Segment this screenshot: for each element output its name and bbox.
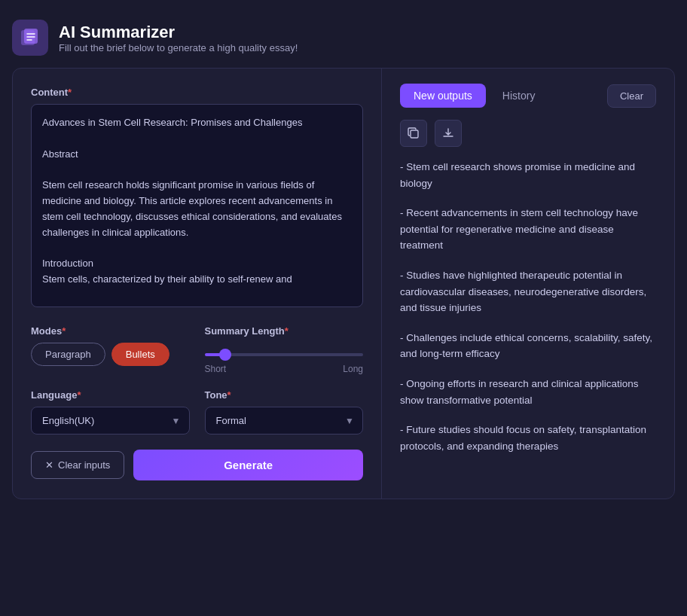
content-field: Content* Advances in Stem Cell Research:… — [31, 87, 363, 310]
content-label: Content* — [31, 87, 363, 98]
language-section: Language* English(UK) English(US) French… — [31, 389, 190, 435]
slider-labels: Short Long — [205, 364, 364, 374]
clear-output-button[interactable]: Clear — [607, 84, 656, 108]
main-container: Content* Advances in Stem Cell Research:… — [12, 68, 675, 499]
summary-length-section: Summary Length* Short Long — [205, 325, 364, 374]
clear-inputs-label: Clear inputs — [58, 459, 110, 471]
svg-rect-5 — [411, 130, 418, 138]
output-bullet-6: - Future studies should focus on safety,… — [400, 422, 656, 454]
summary-length-slider[interactable] — [205, 353, 364, 356]
output-bullet-4: - Challenges include ethical concerns, s… — [400, 330, 656, 362]
copy-button[interactable] — [400, 120, 427, 147]
tab-new-outputs[interactable]: New outputs — [400, 84, 486, 108]
tone-select[interactable]: Formal Casual Professional Academic — [205, 407, 364, 435]
right-panel: New outputs History Clear - Stem cell re… — [382, 69, 674, 499]
slider-min-label: Short — [205, 364, 227, 374]
app-icon — [12, 20, 48, 56]
language-select-wrapper: English(UK) English(US) French Spanish G… — [31, 407, 190, 435]
svg-rect-1 — [24, 29, 38, 44]
left-panel: Content* Advances in Stem Cell Research:… — [13, 69, 382, 499]
app-header: AI Summarizer Fill out the brief below t… — [12, 12, 675, 68]
copy-icon — [408, 127, 420, 139]
mode-buttons-group: Paragraph Bullets — [31, 343, 190, 366]
clear-x-icon: ✕ — [45, 459, 53, 471]
slider-container: Short Long — [205, 343, 364, 374]
clear-inputs-button[interactable]: ✕ Clear inputs — [31, 451, 124, 479]
tone-label: Tone* — [205, 389, 364, 401]
mode-paragraph-button[interactable]: Paragraph — [31, 343, 105, 366]
app-subtitle: Fill out the brief below to generate a h… — [59, 42, 298, 53]
bottom-actions: ✕ Clear inputs Generate — [31, 450, 363, 480]
output-actions — [400, 120, 656, 147]
modes-section: Modes* Paragraph Bullets — [31, 325, 190, 366]
download-icon — [442, 127, 454, 139]
app-title: AI Summarizer — [59, 23, 298, 42]
lang-tone-row: Language* English(UK) English(US) French… — [31, 389, 363, 435]
content-textarea[interactable]: Advances in Stem Cell Research: Promises… — [31, 104, 363, 307]
header-text-block: AI Summarizer Fill out the brief below t… — [59, 23, 298, 53]
output-tabs: New outputs History Clear — [400, 84, 656, 108]
slider-max-label: Long — [343, 364, 363, 374]
language-select[interactable]: English(UK) English(US) French Spanish G… — [31, 407, 190, 435]
output-bullet-2: - Recent advancements in stem cell techn… — [400, 205, 656, 254]
tone-section: Tone* Formal Casual Professional Academi… — [205, 389, 364, 435]
download-button[interactable] — [435, 120, 462, 147]
output-content: - Stem cell research shows promise in me… — [400, 159, 656, 454]
output-bullet-3: - Studies have highlighted therapeutic p… — [400, 267, 656, 316]
language-label: Language* — [31, 389, 190, 401]
output-bullet-5: - Ongoing efforts in research and clinic… — [400, 376, 656, 408]
mode-bullets-button[interactable]: Bullets — [111, 343, 169, 366]
generate-button[interactable]: Generate — [133, 450, 363, 480]
tone-select-wrapper: Formal Casual Professional Academic ▼ — [205, 407, 364, 435]
summary-length-label: Summary Length* — [205, 325, 364, 337]
modes-label: Modes* — [31, 325, 190, 337]
output-bullet-1: - Stem cell research shows promise in me… — [400, 159, 656, 191]
tab-history[interactable]: History — [489, 84, 549, 108]
modes-length-row: Modes* Paragraph Bullets Summary Length*… — [31, 325, 363, 374]
